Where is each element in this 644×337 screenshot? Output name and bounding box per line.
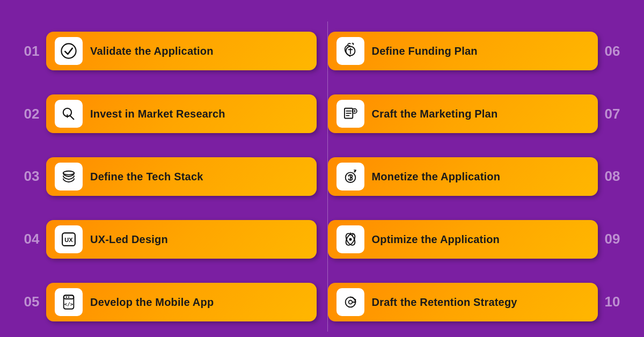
step-number: 09 xyxy=(602,231,623,247)
step-number: 07 xyxy=(602,106,623,122)
main-grid: 01 Validate the Application02 Invest in … xyxy=(16,21,628,337)
step-card: UX UX-Led Design xyxy=(46,220,317,259)
checkmark-icon xyxy=(55,37,83,65)
step-number: 06 xyxy=(602,43,623,60)
step-card: Monetize the Application xyxy=(328,157,598,196)
step-row: Monetize the Application08 xyxy=(328,157,623,196)
step-row: Draft the Retention Strategy10 xyxy=(328,283,623,321)
left-column: 01 Validate the Application02 Invest in … xyxy=(16,21,322,332)
step-number: 03 xyxy=(21,168,42,185)
step-card: Validate the Application xyxy=(46,32,317,70)
step-number: 08 xyxy=(602,168,623,185)
step-label: Invest in Market Research xyxy=(90,107,225,120)
step-card: Invest in Market Research xyxy=(46,94,317,133)
step-label: Define the Tech Stack xyxy=(90,170,203,183)
monetize-icon xyxy=(336,163,364,191)
step-row: 02 Invest in Market Research xyxy=(21,94,317,133)
svg-text:UX: UX xyxy=(64,237,73,243)
step-label: Validate the Application xyxy=(90,45,214,57)
step-row: 04 UX UX-Led Design xyxy=(21,220,317,259)
step-row: Define Funding Plan06 xyxy=(328,32,623,70)
step-label: Monetize the Application xyxy=(372,170,501,183)
step-row: Optimize the Application09 xyxy=(328,220,623,259)
step-label: Craft the Marketing Plan xyxy=(372,107,498,120)
stack-icon xyxy=(55,163,83,191)
step-number: 04 xyxy=(21,231,42,247)
svg-line-2 xyxy=(70,116,74,120)
step-row: 01 Validate the Application xyxy=(21,32,317,70)
step-label: UX-Led Design xyxy=(90,233,168,246)
step-number: 05 xyxy=(21,294,42,310)
svg-point-11 xyxy=(68,296,70,298)
step-row: 03 Define the Tech Stack xyxy=(21,157,317,196)
step-row: Craft the Marketing Plan07 xyxy=(328,94,623,133)
retention-icon xyxy=(336,288,364,316)
right-column: Define Funding Plan06 Craft the Marketin… xyxy=(323,21,628,332)
step-card: </> Develop the Mobile App xyxy=(46,283,317,321)
step-number: 01 xyxy=(21,43,42,60)
step-card: Craft the Marketing Plan xyxy=(328,94,598,133)
svg-point-10 xyxy=(65,296,67,298)
svg-point-0 xyxy=(61,44,76,58)
optimize-icon xyxy=(336,225,364,253)
step-card: Define the Tech Stack xyxy=(46,157,317,196)
step-label: Optimize the Application xyxy=(372,233,500,246)
svg-point-31 xyxy=(348,300,352,304)
funding-icon xyxy=(336,37,364,65)
svg-line-29 xyxy=(352,234,353,236)
step-number: 02 xyxy=(21,106,42,122)
step-label: Draft the Retention Strategy xyxy=(372,296,517,309)
search-icon xyxy=(55,100,83,128)
step-label: Develop the Mobile App xyxy=(90,296,214,309)
marketing-icon xyxy=(336,100,364,128)
svg-point-5 xyxy=(63,171,74,175)
step-card: Draft the Retention Strategy xyxy=(328,283,598,321)
step-label: Define Funding Plan xyxy=(372,45,478,57)
step-card: Define Funding Plan xyxy=(328,32,598,70)
step-number: 10 xyxy=(602,294,623,310)
step-card: Optimize the Application xyxy=(328,220,598,259)
svg-text:</>: </> xyxy=(64,301,74,306)
ux-icon: UX xyxy=(55,225,83,253)
step-row: 05 </> Develop the Mobile App xyxy=(21,283,317,321)
svg-point-27 xyxy=(349,238,352,240)
code-icon: </> xyxy=(55,288,83,316)
